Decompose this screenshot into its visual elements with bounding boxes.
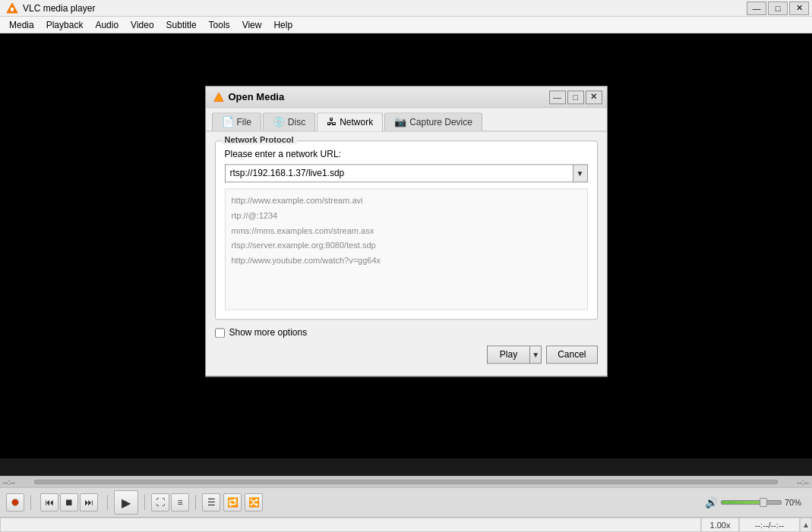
tab-disc-label: Disc: [288, 117, 305, 127]
volume-handle[interactable]: [760, 498, 767, 507]
prev-button[interactable]: ⏮: [40, 493, 58, 512]
separator-3: [144, 495, 145, 510]
play-dropdown-button[interactable]: ▼: [529, 345, 542, 364]
tab-disc[interactable]: 💿 Disc: [263, 112, 315, 131]
time-remaining: --:--: [782, 478, 809, 486]
tab-network-label: Network: [340, 117, 373, 127]
url-dropdown-button[interactable]: ▼: [573, 164, 588, 182]
menu-video[interactable]: Video: [125, 17, 160, 33]
file-icon: 📄: [222, 116, 234, 127]
volume-percentage: 70%: [785, 498, 806, 507]
menu-bar: Media Playback Audio Video Subtitle Tool…: [0, 17, 812, 33]
open-media-dialog: Open Media — □ ✕ 📄 File 💿 Disc 🖧 Network: [205, 86, 608, 376]
tab-capture-label: Capture Device: [409, 117, 472, 127]
play-pause-button[interactable]: ▶: [114, 490, 138, 515]
menu-media[interactable]: Media: [3, 17, 40, 33]
url-field-label: Please enter a network URL:: [225, 149, 588, 159]
stop-button[interactable]: ⏹: [60, 493, 78, 512]
playback-speed: 1.00x: [701, 518, 739, 532]
extended-settings-button[interactable]: ≡: [171, 493, 189, 512]
hint-line-3: mms://mms.examples.com/stream.asx: [232, 224, 581, 239]
hint-line-1: http://www.example.com/stream.avi: [232, 194, 581, 209]
vlc-logo-icon: [6, 2, 18, 14]
cancel-button[interactable]: Cancel: [546, 345, 597, 364]
url-input[interactable]: [225, 164, 573, 182]
dialog-close-button[interactable]: ✕: [586, 90, 602, 104]
controls-left: [6, 493, 24, 512]
svg-rect-2: [11, 8, 14, 11]
close-button[interactable]: ✕: [789, 2, 809, 15]
tab-network[interactable]: 🖧 Network: [317, 112, 383, 131]
controls-row: ⏮ ⏹ ⏭ ▶ ⛶ ≡ ☰ 🔁 🔀 🔊 70%: [0, 488, 812, 517]
app-title: VLC media player: [23, 3, 95, 14]
button-row: Play ▼ Cancel: [215, 345, 598, 367]
play-button-group: Play ▼: [487, 345, 542, 364]
network-protocol-group: Network Protocol Please enter a network …: [215, 140, 598, 320]
menu-audio[interactable]: Audio: [89, 17, 125, 33]
volume-track: [721, 500, 782, 505]
controls-extra: ⛶ ≡: [151, 493, 189, 512]
disc-icon: 💿: [273, 116, 285, 127]
tab-capture[interactable]: 📷 Capture Device: [384, 112, 482, 131]
svg-marker-3: [213, 93, 223, 101]
play-button[interactable]: Play: [487, 345, 529, 364]
show-more-label[interactable]: Show more options: [229, 327, 308, 338]
hint-text: http://www.example.com/stream.avi rtp://…: [232, 194, 581, 269]
network-icon: 🖧: [327, 116, 336, 127]
dialog-vlc-icon: [213, 92, 224, 102]
dialog-titlebar: Open Media — □ ✕: [206, 87, 607, 108]
hint-area: http://www.example.com/stream.avi rtp://…: [225, 188, 588, 310]
minimize-button[interactable]: —: [747, 2, 766, 15]
group-label: Network Protocol: [222, 135, 297, 144]
show-more-checkbox[interactable]: [215, 328, 225, 338]
hint-line-4: rtsp://server.example.org:8080/test.sdp: [232, 239, 581, 254]
separator-1: [30, 495, 31, 510]
status-time: --:--/--:--: [739, 518, 800, 532]
bottom-area: --:-- --:-- ⏮ ⏹ ⏭ ▶ ⛶ ≡ ☰ 🔁 🔀: [0, 476, 812, 532]
url-input-row: ▼: [225, 164, 588, 182]
volume-area: 🔊 70%: [705, 496, 806, 508]
volume-fill: [722, 501, 763, 504]
loop-button[interactable]: 🔁: [223, 493, 242, 512]
menu-help[interactable]: Help: [267, 17, 299, 33]
next-button[interactable]: ⏭: [80, 493, 98, 512]
fullscreen-button[interactable]: ⛶: [151, 493, 169, 512]
capture-icon: 📷: [394, 116, 406, 127]
maximize-button[interactable]: □: [768, 2, 788, 15]
title-bar: VLC media player — □ ✕: [0, 0, 812, 17]
playlist-button[interactable]: ☰: [202, 493, 220, 512]
menu-view[interactable]: View: [236, 17, 268, 33]
separator-4: [195, 495, 196, 510]
random-button[interactable]: 🔀: [245, 493, 263, 512]
tab-file-label: File: [237, 117, 251, 127]
time-elapsed: --:--: [3, 478, 30, 486]
dialog-title: Open Media: [229, 91, 285, 102]
separator-2: [107, 495, 108, 510]
video-area: Open Media — □ ✕ 📄 File 💿 Disc 🖧 Network: [0, 33, 812, 458]
status-text: [0, 518, 701, 532]
show-more-row: Show more options: [215, 327, 598, 338]
menu-tools[interactable]: Tools: [203, 17, 236, 33]
tabs: 📄 File 💿 Disc 🖧 Network 📷 Capture Device: [206, 108, 607, 131]
dialog-content: Network Protocol Please enter a network …: [206, 131, 607, 376]
dialog-minimize-button[interactable]: —: [549, 90, 566, 104]
controls-playback: ⏮ ⏹ ⏭: [40, 493, 98, 512]
volume-slider[interactable]: [721, 496, 782, 508]
record-button[interactable]: [6, 493, 24, 512]
hint-line-2: rtp://@:1234: [232, 209, 581, 224]
progress-bar-row: --:-- --:--: [0, 476, 812, 488]
menu-subtitle[interactable]: Subtitle: [160, 17, 203, 33]
tab-file[interactable]: 📄 File: [212, 112, 261, 131]
status-bar: 1.00x --:--/--:-- ▲: [0, 517, 812, 532]
volume-icon[interactable]: 🔊: [705, 496, 718, 508]
hint-line-5: http://www.youtube.com/watch?v=gg64x: [232, 254, 581, 269]
status-expand-button[interactable]: ▲: [800, 518, 812, 532]
record-dot-icon: [11, 499, 19, 506]
progress-track[interactable]: [34, 480, 778, 484]
menu-playback[interactable]: Playback: [40, 17, 90, 33]
dialog-maximize-button[interactable]: □: [567, 90, 584, 104]
